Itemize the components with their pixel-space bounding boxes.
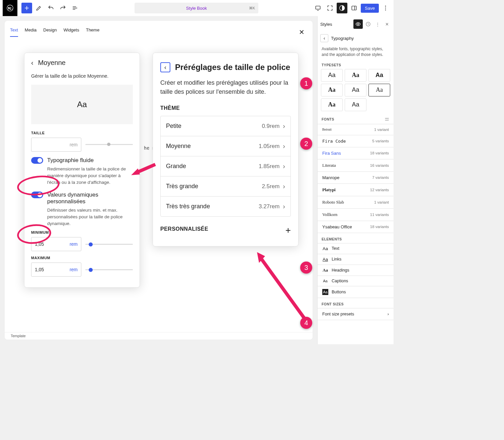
minimum-slider[interactable] [85,244,133,245]
chevron-right-icon: › [283,203,285,210]
tab-text[interactable]: Text [10,27,18,37]
font-preview: Aa [31,85,133,124]
contrast-button[interactable] [337,3,347,13]
preset-petite[interactable]: Petite0.9rem› [161,116,290,136]
font-size-presets-panel: ‹ Préréglages de taille de police Créer … [153,53,299,246]
device-preview-button[interactable] [313,3,323,13]
annotation-badge-4: 4 [300,317,312,329]
fullscreen-button[interactable] [325,3,335,13]
taille-slider[interactable] [85,144,133,145]
save-button[interactable]: Save [361,4,379,13]
svg-rect-3 [352,6,356,10]
list-view-button[interactable] [70,3,80,13]
canvas-area: Text Media Design Widgets Theme ✕ he n r… [0,16,317,344]
maximum-slider[interactable] [85,269,133,270]
typeset-2[interactable]: Aa [345,69,366,82]
editor-canvas: Text Media Design Widgets Theme ✕ he n r… [5,21,313,340]
typeset-3[interactable]: Aa [368,69,390,82]
kbd-shortcut: ⌘K [249,6,255,10]
eye-icon[interactable] [353,19,363,29]
edit-icon[interactable] [33,3,44,13]
tab-media[interactable]: Media [25,27,36,37]
top-toolbar: Style Book ⌘K Save [0,0,394,16]
typesets-section-label: TYPESETS [318,61,394,69]
preset-grande[interactable]: Grande1.85rem› [161,156,290,176]
font-roboto-slab[interactable]: Roboto Slab1 variant [318,196,394,209]
close-sidebar-icon[interactable]: ✕ [383,20,391,28]
font-size-detail-panel: ‹ Moyenne Gérer la taille de la police M… [24,53,140,288]
element-buttons[interactable]: AaButtons [318,286,394,298]
fluid-typo-label: Typographie fluide [47,157,94,164]
typeset-7[interactable]: Aa [321,98,343,111]
add-block-button[interactable] [21,3,32,13]
sidebar-desc: Available fonts, typographic styles, and… [318,44,394,61]
font-ysabeau[interactable]: Ysabeau Office18 variants [318,221,394,233]
preset-tres-grande[interactable]: Très grande2.5rem› [161,176,290,197]
typeset-1[interactable]: Aa [321,69,343,82]
fonts-list: Beiruti1 variant Fira Code5 variants Fir… [318,124,394,233]
typeset-8[interactable]: Aa [345,98,366,111]
maximum-input[interactable]: 1,05rem [31,263,81,277]
back-button[interactable]: ‹ [160,62,170,72]
fonts-section-label: FONTS [318,115,394,124]
more-icon[interactable]: ⋮ [373,20,382,28]
undo-button[interactable] [46,3,56,13]
preset-moyenne[interactable]: Moyenne1.05rem› [161,136,290,156]
custom-values-desc: Définisser des valeurs min. et max. pers… [47,207,133,227]
font-literata[interactable]: Literata16 variants [318,159,394,172]
typeset-5[interactable]: Aa [345,84,366,96]
revisions-icon[interactable] [364,20,372,28]
font-fira-code[interactable]: Fira Code5 variants [318,135,394,147]
typeset-4[interactable]: Aa [321,84,343,96]
font-platypi[interactable]: Platypi12 variants [318,184,394,196]
element-captions[interactable]: AaCaptions [318,276,394,286]
taille-input[interactable]: rem [31,138,81,152]
command-center-button[interactable]: Style Book ⌘K [135,3,258,13]
annotation-badge-2: 2 [300,138,312,150]
typeset-6[interactable]: Aa [368,84,390,96]
settings-icon[interactable] [384,117,390,122]
theme-section-label: THÈME [160,105,291,111]
sidebar-back-button[interactable]: ‹ [320,34,328,42]
footer-breadcrumb: Template [5,332,313,340]
presets-title: Préréglages de taille de police [175,63,290,72]
panel-title-moyenne: Moyenne [38,59,66,67]
element-headings[interactable]: AaHeadings [318,265,394,276]
svg-point-6 [385,10,386,11]
main-area: Text Media Design Widgets Theme ✕ he n r… [0,16,394,344]
wordpress-logo[interactable] [3,0,17,16]
fluid-typo-desc: Redimensionner la taille de la police de… [47,166,133,186]
element-links[interactable]: AaLinks [318,254,394,265]
font-vollkorn[interactable]: Vollkorn11 variants [318,209,394,221]
font-beiruti[interactable]: Beiruti1 variant [318,124,394,135]
custom-values-toggle[interactable] [31,192,43,198]
close-stylebook-button[interactable]: ✕ [296,27,307,37]
preset-tres-tres-grande[interactable]: Très très grande3.27rem› [161,197,290,216]
panel-desc-moyenne: Gérer la taille de la police Moyenne. [31,73,133,80]
styles-sidebar: Styles ⋮ ✕ ‹ Typography Available fonts,… [317,16,394,344]
options-button[interactable] [380,3,391,13]
font-manrope[interactable]: Manrope7 variants [318,172,394,184]
svg-point-5 [385,8,386,9]
redo-button[interactable] [58,3,68,13]
sidebar-toggle-button[interactable] [349,3,359,13]
typesets-grid: Aa Aa Aa Aa Aa Aa Aa Aa [318,69,394,115]
annotation-badge-3: 3 [300,262,312,274]
add-custom-preset-button[interactable]: + [285,225,291,236]
minimum-label: MINIMUM [31,230,133,234]
command-center-label: Style Book [186,6,207,11]
font-size-presets-row[interactable]: Font size presets › [318,308,394,320]
chevron-right-icon: › [283,142,285,150]
chevron-right-icon: › [283,162,285,170]
back-icon[interactable]: ‹ [31,59,33,67]
tab-widgets[interactable]: Widgets [64,27,79,37]
svg-point-7 [357,23,359,25]
tab-design[interactable]: Design [43,27,57,37]
tab-theme[interactable]: Theme [86,27,99,37]
fluid-typo-toggle[interactable] [31,157,43,164]
style-book-tabs: Text Media Design Widgets Theme ✕ [5,23,313,40]
sidebar-header: Styles ⋮ ✕ [318,16,394,32]
element-text[interactable]: AaText [318,243,394,254]
font-fira-sans[interactable]: Fira Sans18 variants [318,147,394,159]
minimum-input[interactable]: 1,05rem [31,237,81,251]
